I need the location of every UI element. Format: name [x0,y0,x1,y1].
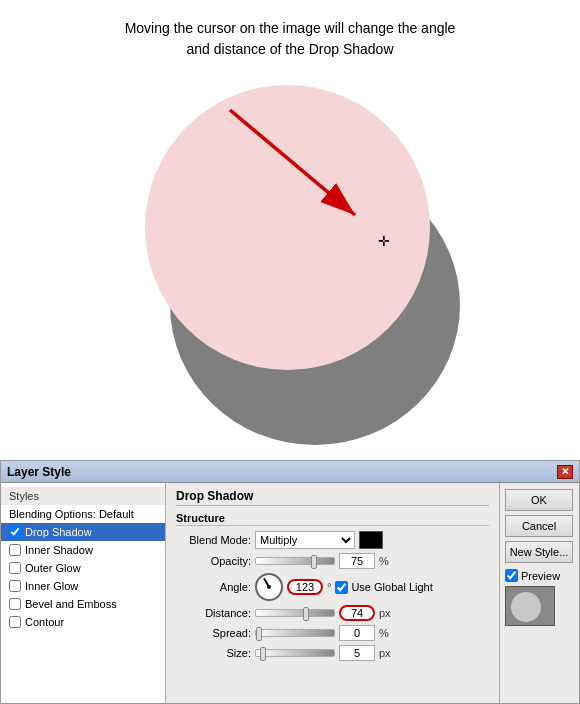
left-panel: Styles Blending Options: Default Drop Sh… [1,483,166,703]
angle-dial[interactable] [255,573,283,601]
right-panel: Drop Shadow Structure Blend Mode: Multip… [166,483,499,703]
drop-shadow-item[interactable]: Drop Shadow [1,523,165,541]
btn-panel: OK Cancel New Style... Preview [499,483,579,703]
dialog-title: Layer Style [7,465,71,479]
ok-button[interactable]: OK [505,489,573,511]
spread-label: Spread: [176,627,251,639]
distance-input[interactable] [339,605,375,621]
bevel-emboss-item[interactable]: Bevel and Emboss [1,595,165,613]
spread-unit: % [379,627,389,639]
contour-checkbox[interactable] [9,616,21,628]
size-row: Size: px [176,645,489,661]
size-label: Size: [176,647,251,659]
bevel-emboss-label: Bevel and Emboss [25,598,117,610]
layer-style-dialog: Layer Style ✕ Styles Blending Options: D… [0,460,580,704]
preview-thumbnail [505,586,555,626]
instruction-text: Moving the cursor on the image will chan… [125,18,456,60]
blend-mode-row: Blend Mode: Multiply Normal Screen Overl… [176,531,489,549]
inner-glow-label: Inner Glow [25,580,78,592]
structure-title: Structure [176,512,489,526]
preview-checkbox[interactable] [505,569,518,582]
circle-container: ✛ [130,70,450,390]
blending-options-label: Blending Options: Default [9,508,134,520]
angle-label: Angle: [176,581,251,593]
dial-center-dot [267,585,271,589]
cancel-button[interactable]: Cancel [505,515,573,537]
dialog-titlebar: Layer Style ✕ [1,461,579,483]
main-circle [145,85,430,370]
size-slider[interactable] [255,649,335,657]
inner-glow-item[interactable]: Inner Glow [1,577,165,595]
angle-row: Angle: ° Use Global Light [176,573,489,601]
spread-slider[interactable] [255,629,335,637]
angle-unit: ° [327,581,331,593]
shadow-color-swatch[interactable] [359,531,383,549]
outer-glow-label: Outer Glow [25,562,81,574]
blend-mode-select[interactable]: Multiply Normal Screen Overlay [255,531,355,549]
blending-options-item[interactable]: Blending Options: Default [1,505,165,523]
opacity-row: Opacity: % [176,553,489,569]
dialog-body: Styles Blending Options: Default Drop Sh… [1,483,579,703]
drop-shadow-label: Drop Shadow [25,526,92,538]
inner-shadow-item[interactable]: Inner Shadow [1,541,165,559]
outer-glow-checkbox[interactable] [9,562,21,574]
styles-label: Styles [1,487,165,505]
canvas-area: Moving the cursor on the image will chan… [0,0,580,460]
preview-row[interactable]: Preview [505,569,574,582]
size-unit: px [379,647,391,659]
preview-circle [511,592,541,622]
blend-mode-label: Blend Mode: [176,534,251,546]
close-button[interactable]: ✕ [557,465,573,479]
distance-unit: px [379,607,391,619]
distance-slider[interactable] [255,609,335,617]
use-global-light-label[interactable]: Use Global Light [335,581,432,594]
angle-input[interactable] [287,579,323,595]
spread-input[interactable] [339,625,375,641]
bevel-emboss-checkbox[interactable] [9,598,21,610]
drop-shadow-checkbox[interactable] [9,526,21,538]
opacity-unit: % [379,555,389,567]
size-input[interactable] [339,645,375,661]
new-style-button[interactable]: New Style... [505,541,573,563]
opacity-slider[interactable] [255,557,335,565]
preview-label: Preview [521,570,560,582]
inner-shadow-label: Inner Shadow [25,544,93,556]
opacity-label: Opacity: [176,555,251,567]
distance-row: Distance: px [176,605,489,621]
inner-shadow-checkbox[interactable] [9,544,21,556]
section-title: Drop Shadow [176,489,489,506]
use-global-light-text: Use Global Light [351,581,432,593]
inner-glow-checkbox[interactable] [9,580,21,592]
opacity-input[interactable] [339,553,375,569]
spread-row: Spread: % [176,625,489,641]
contour-label: Contour [25,616,64,628]
contour-item[interactable]: Contour [1,613,165,631]
outer-glow-item[interactable]: Outer Glow [1,559,165,577]
use-global-light-checkbox[interactable] [335,581,348,594]
distance-label: Distance: [176,607,251,619]
